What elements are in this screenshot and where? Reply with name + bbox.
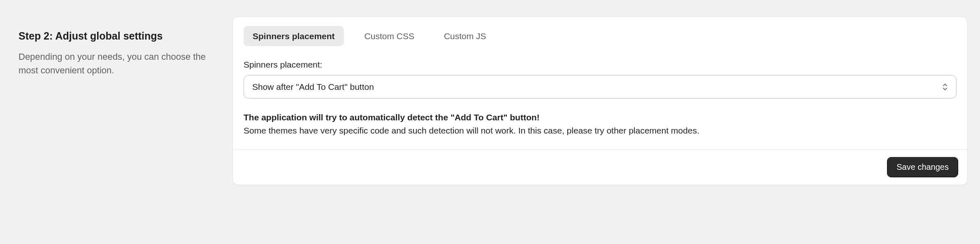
step-title: Step 2: Adjust global settings [19, 29, 216, 43]
step-description: Depending on your needs, you can choose … [19, 50, 216, 77]
tabs: Spinners placement Custom CSS Custom JS [244, 26, 957, 46]
spinners-placement-select[interactable]: Show after "Add To Cart" button [244, 75, 957, 99]
spinners-placement-select-wrap: Show after "Add To Cart" button [244, 75, 957, 99]
placement-note-text: Some themes have very specific code and … [244, 126, 699, 135]
settings-step-intro: Step 2: Adjust global settings Depending… [19, 16, 216, 185]
placement-note: The application will try to automaticall… [244, 111, 957, 137]
tab-custom-js[interactable]: Custom JS [435, 26, 495, 46]
spinners-placement-label: Spinners placement: [244, 59, 957, 70]
placement-note-strong: The application will try to automaticall… [244, 113, 540, 122]
save-button[interactable]: Save changes [887, 157, 958, 177]
settings-card: Spinners placement Custom CSS Custom JS … [232, 16, 968, 185]
tab-custom-css[interactable]: Custom CSS [355, 26, 423, 46]
tab-spinners-placement[interactable]: Spinners placement [244, 26, 344, 46]
card-footer: Save changes [233, 149, 967, 185]
